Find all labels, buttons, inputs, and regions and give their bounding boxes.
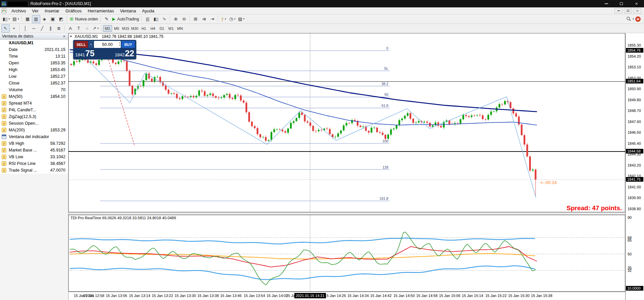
timeframe-d1[interactable]: D1: [157, 25, 166, 32]
time-axis[interactable]: 15 Jan 202115 Jan 12:5815 Jan 13:0615 Ja…: [68, 292, 625, 300]
chart-bars-button[interactable]: |||: [143, 15, 152, 23]
search-icon[interactable]: [626, 16, 631, 21]
volume-input[interactable]: 50.00 ▴▾: [94, 41, 121, 48]
strategy-tester-button[interactable]: ◩: [57, 15, 65, 23]
indicator-subwindow[interactable]: TDI Pro RealTime 65.0626 49.3218 33.5811…: [68, 215, 625, 292]
price-scale[interactable]: 1855.301854.201853.101852.001850.901849.…: [625, 33, 644, 300]
mql5-logo[interactable]: M: [635, 16, 641, 22]
menu-item-archivo[interactable]: Archivo: [8, 7, 29, 14]
data-window-row[interactable]: Time13:11: [0, 53, 68, 60]
fibonacci-tool-button[interactable]: ≣: [55, 24, 63, 33]
timeframe-m30[interactable]: M30: [130, 25, 139, 32]
arrows-tool-dropdown-icon[interactable]: ▾: [97, 27, 99, 30]
sell-button[interactable]: SELL: [75, 41, 88, 48]
data-window-button[interactable]: ▥: [32, 15, 40, 23]
data-window-row[interactable]: High1853.45: [0, 66, 68, 73]
data-window-row[interactable]: ƒMA(200)1853.29: [0, 127, 68, 133]
data-window-row[interactable]: ƒSession Open...: [0, 120, 68, 127]
row-label: Date: [9, 47, 17, 52]
menu-item-gráficos[interactable]: Gráficos: [62, 7, 85, 14]
data-window-row[interactable]: ƒZigZag(12,5,3): [0, 113, 68, 120]
new-chart-dropdown-icon[interactable]: ▾: [8, 17, 10, 20]
arrows-tool-button[interactable]: ↗▾: [91, 24, 100, 33]
volume-down-icon[interactable]: ▾: [119, 44, 120, 47]
label-tool-button[interactable]: T: [75, 24, 83, 33]
search-dropdown-icon[interactable]: ▾: [633, 17, 634, 20]
new-order-button[interactable]: ⊞Nueva orden: [68, 15, 100, 23]
menu-item-ayuda[interactable]: Ayuda: [139, 7, 157, 14]
timeframe-w1[interactable]: W1: [166, 25, 176, 32]
data-window-row[interactable]: ƒRSI Price Line38.4567: [0, 160, 68, 167]
terminal-button[interactable]: ▣: [49, 15, 57, 23]
child-minimize-button[interactable]: [614, 8, 623, 13]
periods-dropdown-icon[interactable]: ▾: [234, 17, 236, 20]
chart-candles-button[interactable]: ▮▯: [152, 15, 160, 23]
menu-item-herramientas[interactable]: Herramientas: [85, 7, 117, 14]
templates-dropdown-icon[interactable]: ▾: [243, 17, 245, 20]
shapes-tool-button[interactable]: ○: [83, 24, 91, 33]
panel-collapse-icon[interactable]: ▲: [69, 34, 72, 38]
volume-up-icon[interactable]: ▴: [119, 41, 120, 44]
timeframe-m5[interactable]: M5: [112, 25, 121, 32]
cursor-button[interactable]: ↖: [1, 24, 10, 33]
data-window-row[interactable]: Close1852.37: [0, 80, 68, 86]
timeframe-m1[interactable]: M1: [103, 25, 112, 32]
panel-splitter[interactable]: [68, 212, 625, 215]
timeframe-m15[interactable]: M15: [121, 25, 130, 32]
sell-dropdown-icon[interactable]: ▾: [89, 41, 93, 48]
data-window-row[interactable]: ƒMA(50)1854.10: [0, 93, 68, 100]
text-tool-button[interactable]: A: [66, 24, 75, 33]
trendline-tool-button[interactable]: ╱: [38, 24, 46, 33]
close-button[interactable]: ×: [629, 0, 644, 7]
chart-shift-button[interactable]: ⇥: [208, 15, 216, 23]
zoom-in-button[interactable]: ⊕: [171, 15, 180, 23]
new-chart-button[interactable]: ▮▯▾: [1, 15, 11, 23]
channel-tool-button[interactable]: ∥: [46, 24, 55, 33]
metaeditor-button[interactable]: ✎: [102, 15, 111, 23]
tile-windows-button[interactable]: ⊞: [191, 15, 200, 23]
market-watch-button[interactable]: ▦: [23, 15, 32, 23]
autotrading-button[interactable]: ▶AutoTrading: [111, 15, 140, 23]
data-window-row[interactable]: Ventana del indicador 1: [0, 133, 68, 140]
indicators-dropdown-icon[interactable]: ▾: [225, 17, 226, 20]
zoom-out-button[interactable]: ⊖: [180, 15, 188, 23]
indicators-button[interactable]: ƒ▾: [219, 15, 228, 23]
volume-spinner[interactable]: ▴▾: [119, 41, 120, 47]
horizontal-line-tool-button[interactable]: ─: [30, 24, 38, 33]
data-window-row[interactable]: Volume70: [0, 86, 68, 93]
data-window-row[interactable]: Date2021.01.15: [0, 46, 68, 53]
sell-price[interactable]: 184175: [75, 49, 95, 58]
timeframe-h4[interactable]: H4: [148, 25, 157, 32]
minimize-button[interactable]: [599, 0, 614, 7]
vertical-line-tool-button[interactable]: │: [21, 24, 30, 33]
child-restore-button[interactable]: [624, 8, 632, 13]
chart-line-button[interactable]: ∿: [160, 15, 168, 23]
crosshair-button[interactable]: +: [10, 24, 18, 33]
navigator-button[interactable]: ◈: [40, 15, 49, 23]
data-window-row[interactable]: Open1853.35: [0, 60, 68, 66]
auto-scroll-button[interactable]: ⇉: [200, 15, 208, 23]
child-close-button[interactable]: ×: [633, 8, 641, 13]
profiles-button[interactable]: ▤▾: [11, 15, 20, 23]
main-chart[interactable]: 0SL38.25061.8100128161.8<--00:24Spread: …: [68, 33, 625, 212]
timeframe-h1[interactable]: H1: [139, 25, 148, 32]
data-window-close-icon[interactable]: ×: [62, 34, 66, 39]
restore-button[interactable]: [614, 0, 629, 7]
data-window-row[interactable]: ƒVB High58.7292: [0, 140, 68, 147]
timeframe-mn[interactable]: MN: [176, 25, 185, 32]
profiles-dropdown-icon[interactable]: ▾: [18, 17, 19, 20]
buy-price[interactable]: 184222: [115, 49, 134, 58]
menu-item-insertar[interactable]: Insertar: [42, 7, 62, 14]
data-window-row[interactable]: ƒSpread MT4: [0, 100, 68, 107]
periods-button[interactable]: ◷▾: [228, 15, 237, 23]
templates-button[interactable]: ▨▾: [237, 15, 246, 23]
data-window-row[interactable]: XAUUSD,M1: [0, 40, 68, 46]
data-window-row[interactable]: ƒP4L CandleT...: [0, 107, 68, 113]
data-window-row[interactable]: ƒTrade Signal ...47.0070: [0, 167, 68, 174]
data-window-row[interactable]: Low1852.27: [0, 73, 68, 80]
menu-item-ventana[interactable]: Ventana: [117, 7, 139, 14]
buy-button[interactable]: BUY: [121, 41, 135, 48]
data-window-row[interactable]: ƒVB Low33.1042: [0, 154, 68, 160]
menu-item-ver[interactable]: Ver: [29, 7, 42, 14]
data-window-row[interactable]: ƒMarket Base ...45.9167: [0, 147, 68, 154]
